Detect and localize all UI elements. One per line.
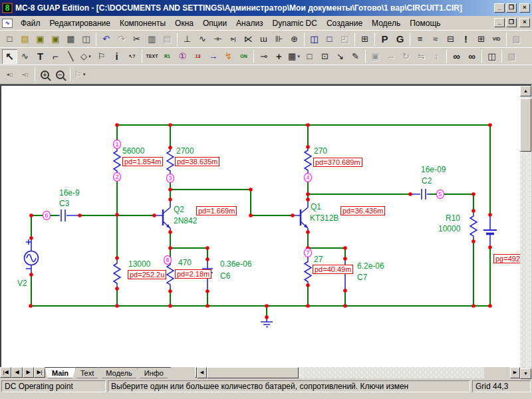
menu-item-5[interactable]: Опции [198,17,231,29]
label-c2-ref[interactable]: C2 [422,177,432,186]
label-r1-pd[interactable]: pd=1.854m [122,157,163,166]
tab-инфо[interactable]: Инфо [137,367,171,378]
crosshair-toggle[interactable]: + [271,49,287,64]
tab-nav-button-2[interactable]: ◀ [11,367,23,378]
title-block-toggle[interactable]: ⊡ [317,49,332,64]
menu-item-8[interactable]: Создание [322,17,367,29]
restore-button[interactable]: ❐ [506,3,517,13]
label-q2-model[interactable]: 2N842 [174,217,197,225]
menu-item-3[interactable]: Компоненты [115,17,170,29]
source-button[interactable]: ⊕ [287,32,302,47]
page-remove-button[interactable]: −□ [17,67,33,82]
label-v2-ref[interactable]: V2 [17,279,27,288]
label-q1-ref[interactable]: Q1 [311,203,321,211]
minimize-button[interactable]: _ [494,3,505,13]
child-close-button[interactable]: × [519,18,530,27]
label-r4-pd[interactable]: pd=252.2u [128,270,166,279]
label-r2-pd[interactable]: pd=38.635m [175,157,219,166]
label-r10-value[interactable]: 10000 [438,225,460,233]
dynamic-g-button[interactable]: G [392,32,408,47]
flip-button[interactable]: ↕ [429,49,444,64]
capacitor-button[interactable]: ⊣⊢ [210,32,225,47]
menu-item-1[interactable]: Файл [16,17,45,29]
schematic-canvas[interactable]: 56000pd=1.854m2700pd=38.635m270pd=370.68… [0,84,520,367]
dropdown-arrow-icon[interactable]: ▼ [297,55,301,59]
find-part-button[interactable]: ∞ [449,49,464,64]
print-preview-button[interactable]: ◫ [78,32,94,47]
hscroll-thumb[interactable] [207,367,299,378]
label-r3-pd[interactable]: pd=370.689m [313,158,362,167]
close-button[interactable]: × [519,3,530,13]
label-r5-value[interactable]: 470 [178,259,192,267]
tab-nav-button-4[interactable]: ▶| [34,367,45,378]
step-button[interactable]: ▣ [368,49,383,64]
cut-button[interactable]: ✂ [129,32,144,47]
paste-button[interactable]: ▤ [160,32,175,47]
label-q1-pd[interactable]: pd=36.436m [340,206,385,215]
window-button[interactable]: □ [322,32,337,47]
node-voltages-toggle[interactable]: 13 [190,49,205,64]
label-r10-ref[interactable]: R10 [446,214,460,223]
label-c2-value[interactable]: 16e-09 [421,166,446,174]
dropdown-arrow-icon[interactable]: ▼ [88,55,92,59]
node-numbers-toggle[interactable]: ① [175,49,190,64]
tab-text[interactable]: Text [73,367,101,378]
slide-button[interactable]: ◫ [484,49,499,64]
new-button[interactable]: □ [2,32,17,47]
scroll-up-button[interactable]: ▲ [520,86,531,96]
label-r2-value[interactable]: 2700 [176,147,194,156]
grid-text-toggle[interactable]: TEXT [144,49,160,64]
undo-button[interactable]: ↶ [98,32,114,47]
info-mode-button[interactable]: i [109,49,124,64]
select-mode-button[interactable]: ↖ [2,49,17,64]
child-minimize-button[interactable]: _ [494,18,505,27]
join-button[interactable]: ↔ [383,49,398,64]
current-toggle[interactable]: → [205,49,221,64]
label-q2-pd[interactable]: pd=1.669m [196,206,237,215]
transistor-button[interactable]: ⋉ [241,32,256,47]
model-editor-button[interactable]: ⊟ [443,32,458,47]
label-r4-value[interactable]: 13000 [128,260,150,269]
label-q1-model[interactable]: KT312B [310,214,338,223]
label-q2-ref[interactable]: Q2 [174,205,184,214]
label-r1-value[interactable]: 56000 [122,147,144,156]
zoom-in-button[interactable]: + [37,67,53,82]
document-icon[interactable]: ∿ [2,19,13,28]
calculator-button[interactable]: ⊞ [357,32,372,47]
flag-list-button[interactable]: ⚐▼ [72,67,88,82]
tab-nav-button-3[interactable]: ▶ [23,367,34,378]
horizontal-scrollbar[interactable]: ◀ ▶ [197,367,520,378]
label-r3-value[interactable]: 270 [314,147,327,156]
power-toggle[interactable]: ↯ [221,49,236,64]
save-as-button[interactable]: ▣ [48,32,63,47]
flag-mode-button[interactable]: ⚐ [94,49,109,64]
component-list-button[interactable]: ≡ [412,32,428,47]
scroll-left-button[interactable]: ◀ [197,367,207,378]
ground-button[interactable]: ⊥ [180,32,195,47]
condition-toggle[interactable]: ON [236,49,251,64]
help-mode-button[interactable]: ↖? [124,49,140,64]
graphics-mode-button[interactable]: ◇▼ [78,49,94,64]
properties-button[interactable]: ✎ [348,49,363,64]
label-c7-ref[interactable]: C7 [357,273,367,282]
picture-button[interactable]: ▧ [509,32,524,47]
scroll-down-button[interactable]: ▼ [520,368,531,379]
copy-button[interactable]: ▥ [144,32,160,47]
grid-toggle[interactable]: ▦▼ [287,49,302,64]
dropdown-arrow-icon[interactable]: ▼ [82,72,86,76]
child-restore-button[interactable]: ❐ [506,18,517,27]
open-button[interactable]: ▤ [17,32,33,47]
zoom-out-button[interactable]: − [53,67,68,82]
battery-button[interactable]: ⊪ [271,32,287,47]
probe-button[interactable]: ! [458,32,473,47]
tab-nav-button-1[interactable]: |◀ [0,367,11,378]
split-window-button[interactable]: ◫ [307,32,322,47]
label-c3-value[interactable]: 16e-9 [59,189,80,198]
label-r6-pd[interactable]: pd=40.49m [313,265,353,274]
vscroll-thumb[interactable] [520,98,531,152]
cascade-button[interactable]: ◰ [337,32,352,47]
menu-item-7[interactable]: Dynamic DC [268,17,322,29]
menu-item-4[interactable]: Окна [170,17,198,29]
label-c3-ref[interactable]: C3 [59,200,69,208]
inductor-button[interactable]: ɯ [256,32,271,47]
